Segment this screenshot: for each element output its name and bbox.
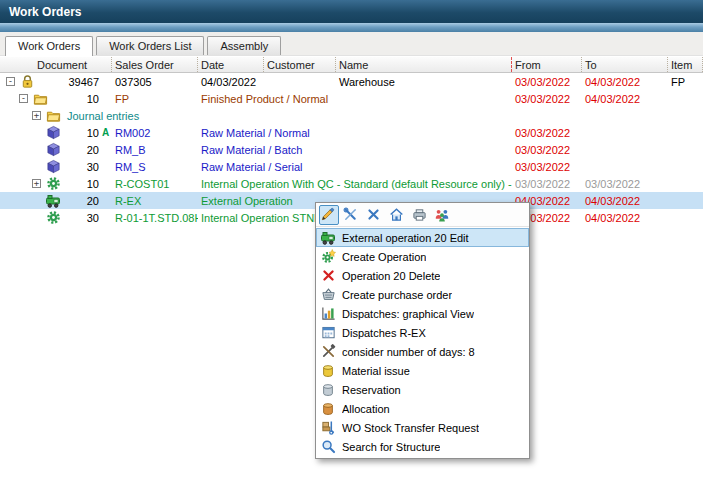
cell-to	[582, 124, 668, 141]
menu-item-search-for-structure[interactable]: Search for Structure	[316, 437, 529, 456]
cell-tree: 30	[0, 209, 112, 226]
menu-item-allocation[interactable]: Allocation	[316, 399, 529, 418]
material-icon	[320, 363, 336, 379]
tools-icon	[342, 207, 358, 223]
menu-toolbar-cancel-button[interactable]	[365, 205, 385, 225]
cart-icon	[320, 287, 336, 303]
column-header-to[interactable]: To	[582, 57, 668, 72]
cell-description: Internal Operation With QC - Standard (d…	[198, 175, 512, 192]
cell-description: Raw Material / Normal	[198, 124, 512, 141]
cell-description: Finished Product / Normal	[198, 90, 512, 107]
cell-to: 04/03/2022	[582, 73, 668, 90]
menu-item-create-operation[interactable]: Create Operation	[316, 247, 529, 266]
table-row-rm002[interactable]: 10ARM002Raw Material / Normal03/03/2022	[0, 124, 703, 141]
cell-document: 30	[87, 212, 99, 224]
days-icon	[320, 344, 336, 360]
table-row-037305[interactable]: -3946703730504/03/2022Warehouse03/03/202…	[0, 73, 703, 90]
column-header-from[interactable]: From	[512, 57, 582, 72]
menu-toolbar-users-button[interactable]	[434, 205, 454, 225]
menu-item-label: consider number of days: 8	[342, 346, 475, 358]
cell-item	[668, 124, 703, 141]
cell-name: Warehouse	[336, 73, 512, 90]
cell-item	[668, 158, 703, 175]
cell-to	[582, 158, 668, 175]
machine-icon	[320, 230, 336, 246]
machine-small-icon	[411, 207, 427, 223]
menu-item-label: External operation 20 Edit	[342, 232, 469, 244]
edit-icon	[319, 207, 335, 223]
table-row-r-cost01[interactable]: +10R-COST01Internal Operation With QC - …	[0, 175, 703, 192]
column-header-name[interactable]: Name	[336, 57, 512, 72]
context-menu: External operation 20 EditCreate Operati…	[315, 202, 530, 459]
cell-from: 03/03/2022	[512, 124, 582, 141]
cell-to: 04/03/2022	[582, 90, 668, 107]
cell-from: 03/03/2022	[512, 90, 582, 107]
allocation-icon	[320, 401, 336, 417]
cell-document: 10	[87, 93, 99, 105]
column-header-sales-order[interactable]: Sales Order	[112, 57, 198, 72]
home-icon	[388, 207, 404, 223]
column-header-item[interactable]: Item	[668, 57, 703, 72]
menu-item-dispatches-graphical-view[interactable]: Dispatches: graphical View	[316, 304, 529, 323]
menu-item-dispatches-r-ex[interactable]: Dispatches R-EX	[316, 323, 529, 342]
cell-document: 10	[87, 178, 99, 190]
menu-item-label: Search for Structure	[342, 441, 440, 453]
menu-item-label: Material issue	[342, 365, 410, 377]
window-title: Work Orders	[9, 5, 81, 19]
machine-icon	[45, 193, 61, 209]
column-header-document[interactable]: Document	[0, 57, 112, 72]
column-header-date[interactable]: Date	[198, 57, 264, 72]
menu-toolbar-tools-button[interactable]	[342, 205, 362, 225]
cell-description: Raw Material / Serial	[198, 158, 512, 175]
cell-from: 03/03/2022	[512, 175, 582, 192]
menu-toolbar-edit-button[interactable]	[319, 205, 339, 225]
cell-sales-order: R-01-1T.STD.08H	[112, 209, 198, 226]
collapse-icon[interactable]: -	[19, 94, 28, 103]
menu-item-external-operation-20-edit[interactable]: External operation 20 Edit	[316, 228, 529, 247]
cell-item	[668, 209, 703, 226]
tab-work-orders-list[interactable]: Work Orders List	[96, 36, 204, 55]
dispatch-icon	[320, 325, 336, 341]
menu-item-create-purchase-order[interactable]: Create purchase order	[316, 285, 529, 304]
menu-item-consider-number-of-days-8[interactable]: consider number of days: 8	[316, 342, 529, 361]
gear-icon	[45, 176, 61, 192]
accent-bar	[0, 23, 703, 32]
cell-document: 10	[87, 127, 99, 139]
expand-icon[interactable]: +	[32, 179, 41, 188]
table-row-rm-s[interactable]: 30RM_SRaw Material / Serial03/03/2022	[0, 158, 703, 175]
collapse-icon[interactable]: -	[6, 77, 15, 86]
cell-tree: 10A	[0, 124, 112, 141]
delete-icon	[320, 268, 336, 284]
menu-item-operation-20-delete[interactable]: Operation 20 Delete	[316, 266, 529, 285]
window-titlebar: Work Orders	[0, 0, 703, 23]
tab-assembly[interactable]: Assembly	[207, 36, 281, 55]
cell-sales-order: 037305	[112, 73, 198, 90]
cell-document: 39467	[68, 76, 99, 88]
cell-document: 30	[87, 161, 99, 173]
menu-item-label: Dispatches R-EX	[342, 327, 426, 339]
cube-icon	[45, 125, 61, 141]
journal-entries-label[interactable]: Journal entries	[67, 110, 139, 122]
table-row-fp[interactable]: -10FPFinished Product / Normal03/03/2022…	[0, 90, 703, 107]
menu-item-label: WO Stock Transfer Request	[342, 422, 479, 434]
menu-item-reservation[interactable]: Reservation	[316, 380, 529, 399]
chart-icon	[320, 306, 336, 322]
menu-toolbar-home-button[interactable]	[388, 205, 408, 225]
cell-tree: 20	[0, 192, 112, 209]
tab-work-orders[interactable]: Work Orders	[5, 36, 93, 56]
menu-toolbar-machine-small-button[interactable]	[411, 205, 431, 225]
cell-document: 20	[87, 195, 99, 207]
cell-sales-order: RM002	[112, 124, 198, 141]
cell-tree: -10	[0, 90, 112, 107]
table-header: DocumentSales OrderDateCustomerNameFromT…	[0, 56, 703, 73]
menu-item-material-issue[interactable]: Material issue	[316, 361, 529, 380]
menu-item-wo-stock-transfer-request[interactable]: WO Stock Transfer Request	[316, 418, 529, 437]
cell-to: 04/03/2022	[582, 192, 668, 209]
table-row-journal-entries[interactable]: +Journal entries	[0, 107, 703, 124]
table-row-rm-b[interactable]: 20RM_BRaw Material / Batch03/03/2022	[0, 141, 703, 158]
cell-tree: +Journal entries	[0, 107, 112, 124]
cell-from: 03/03/2022	[512, 141, 582, 158]
column-header-customer[interactable]: Customer	[264, 57, 336, 72]
expand-icon[interactable]: +	[32, 111, 41, 120]
cell-tree: +10	[0, 175, 112, 192]
